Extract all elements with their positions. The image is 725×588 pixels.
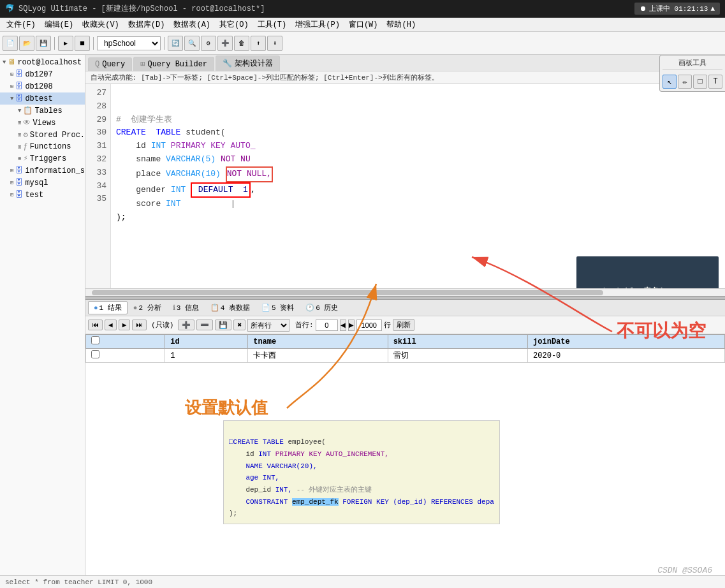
result-tab-4[interactable]: 📋 4 表数据 — [205, 301, 256, 314]
editor-tabs: Q Query ⊞ Query Builder 🔧 架构设计器 — [85, 55, 725, 71]
result-tab-1[interactable]: ● 1 结果 — [88, 301, 128, 314]
drawing-tools-panel: 画板工具 ↖ ✏ □ T — [659, 55, 725, 92]
result-tab-2[interactable]: ● 2 分析 — [128, 301, 167, 314]
sidebar-item-mysql[interactable]: ⊞ 🗄 mysql — [0, 177, 85, 189]
result-btn-prev[interactable]: ◀ — [105, 320, 117, 330]
menu-enhanced-tools[interactable]: 增强工具(P) — [291, 18, 344, 31]
toolbar-sep2 — [93, 37, 94, 50]
prev-page-btn[interactable]: ◀ — [340, 320, 346, 331]
tab-query[interactable]: Q Query — [88, 57, 132, 71]
result-btn-save[interactable]: 💾 — [215, 320, 231, 330]
sidebar-item-dbtest[interactable]: ▼ 🗄 dbtest — [0, 92, 85, 105]
drawing-tools-title: 画板工具 — [663, 58, 722, 70]
query-bar: select * from teacher LIMIT 0, 1000 — [0, 575, 725, 588]
sidebar-item-stored-procs[interactable]: ⊞ ⚙ Stored Proc. — [0, 129, 85, 141]
tooltip-title: create table 表名( — [584, 286, 711, 288]
title-bar-left: 🐬 SQLyog Ultimate - [新建连接/hpSchool - roo… — [5, 3, 265, 14]
autocomplete-hint: 自动完成功能: [Tab]->下一标签; [Ctrl+Space]->列出匹配的… — [85, 71, 725, 84]
sidebar-item-root[interactable]: ▼ 🖥 root@localhost — [0, 56, 85, 68]
menu-database[interactable]: 数据库(D) — [124, 18, 169, 31]
menu-file[interactable]: 文件(F) — [3, 18, 40, 31]
toolbar-add[interactable]: ➕ — [217, 36, 233, 51]
result-btn-add-row[interactable]: ➕ — [178, 320, 194, 330]
max-rows-input[interactable] — [356, 320, 382, 331]
app-icon: 🐬 — [5, 4, 15, 13]
toolbar-sep1 — [54, 37, 55, 50]
toolbar-open[interactable]: 📂 — [19, 36, 34, 51]
menu-favorites[interactable]: 收藏夹(V) — [78, 18, 123, 31]
result-tab-6[interactable]: 🕐 6 历史 — [300, 301, 344, 314]
result-btn-delete-row[interactable]: ➖ — [196, 320, 213, 330]
menu-edit[interactable]: 编辑(E) — [41, 18, 78, 31]
sidebar-item-tables[interactable]: ▼ 📋 Tables — [0, 105, 85, 117]
table-row: 1 卡卡西 雷切 2020-0 — [86, 349, 725, 363]
refresh-btn[interactable]: 刷新 — [393, 319, 414, 331]
toolbar-execute[interactable]: ▶ — [58, 36, 73, 51]
menu-window[interactable]: 窗口(W) — [345, 18, 382, 31]
col-header-checkbox[interactable] — [86, 335, 165, 349]
menu-bar: 文件(F) 编辑(E) 收藏夹(V) 数据库(D) 数据表(A) 其它(O) 工… — [0, 18, 725, 32]
cell-skill[interactable]: 雷切 — [388, 349, 527, 363]
toolbar-up[interactable]: ⬆ — [251, 36, 266, 51]
result-btn-last[interactable]: ⏭ — [132, 320, 147, 330]
toolbar-refresh[interactable]: 🔄 — [168, 36, 183, 51]
sidebar-item-functions[interactable]: ⊞ ƒ Functions — [0, 141, 85, 152]
horizontal-scrollbar[interactable] — [85, 288, 725, 296]
sidebar-item-db1207[interactable]: ⊞ 🗄 db1207 — [0, 68, 85, 80]
toolbar-save[interactable]: 💾 — [36, 36, 51, 51]
col-header-joindate[interactable]: joinDate — [528, 335, 725, 349]
result-tab-3[interactable]: ℹ 3 信息 — [167, 301, 205, 314]
draw-btn-text[interactable]: T — [708, 75, 722, 89]
next-page-btn[interactable]: ▶ — [348, 320, 355, 331]
tab-schema-designer[interactable]: 🔧 架构设计器 — [216, 55, 280, 71]
readonly-label: (只读) — [151, 320, 173, 330]
toolbar-new[interactable]: 📄 — [3, 36, 18, 51]
cell-id[interactable]: 1 — [165, 349, 248, 363]
sidebar-item-views[interactable]: ⊞ 👁 Views — [0, 117, 85, 129]
sidebar-item-db1208[interactable]: ⊞ 🗄 db1208 — [0, 80, 85, 92]
chevron-up-icon: ▲ — [710, 5, 715, 13]
line-numbers: 27 28 29 30 31 32 33 34 35 — [85, 84, 111, 288]
toolbar-search[interactable]: 🔍 — [184, 36, 200, 51]
sidebar-item-triggers[interactable]: ⊞ ⚡ Triggers — [0, 152, 85, 165]
tab-query-builder[interactable]: ⊞ Query Builder — [133, 57, 214, 71]
result-toolbar: ⏮ ◀ ▶ ⏭ (只读) ➕ ➖ 💾 ✖ 所有行 行的范围 首行: ◀ ▶ 行 — [85, 316, 725, 334]
cell-joindate[interactable]: 2020-0 — [528, 349, 725, 363]
toolbar-down[interactable]: ⬇ — [267, 36, 282, 51]
database-selector[interactable]: hpSchool — [97, 36, 161, 50]
toolbar-stop[interactable]: ⏹ — [75, 36, 90, 51]
menu-tools[interactable]: 工具(T) — [254, 18, 291, 31]
timer-badge: ⏺ 上课中 01:21:13 ▲ — [634, 3, 720, 15]
first-row-input[interactable] — [316, 320, 338, 331]
col-header-tname[interactable]: tname — [248, 335, 388, 349]
result-tab-5[interactable]: 📄 5 资料 — [256, 301, 300, 314]
title-bar: 🐬 SQLyog Ultimate - [新建连接/hpSchool - roo… — [0, 0, 725, 18]
menu-help[interactable]: 帮助(H) — [383, 18, 420, 31]
sidebar: ▼ 🖥 root@localhost ⊞ 🗄 db1207 ⊞ 🗄 db1208… — [0, 55, 85, 575]
cell-tname[interactable]: 卡卡西 — [248, 349, 388, 363]
result-btn-cancel[interactable]: ✖ — [233, 320, 245, 330]
bottom-panel: ● 1 结果 ● 2 分析 ℹ 3 信息 📋 4 表数据 📄 5 资料 — [85, 300, 725, 440]
col-header-skill[interactable]: skill — [388, 335, 527, 349]
menu-table[interactable]: 数据表(A) — [170, 18, 214, 31]
result-btn-next[interactable]: ▶ — [119, 320, 131, 330]
result-btn-first[interactable]: ⏮ — [88, 320, 103, 330]
rows-label: 行 — [384, 320, 391, 330]
bottom-code-overlay: □CREATE TABLE employee( id INT PRIMARY K… — [223, 420, 500, 525]
draw-btn-rect[interactable]: □ — [693, 75, 707, 89]
range-select[interactable]: 所有行 行的范围 — [247, 319, 289, 332]
toolbar-delete[interactable]: 🗑 — [234, 36, 249, 51]
toolbar: 📄 📂 💾 ▶ ⏹ hpSchool 🔄 🔍 ⚙ ➕ 🗑 ⬆ ⬇ — [0, 32, 725, 55]
col-header-id[interactable]: id — [165, 335, 248, 349]
sidebar-item-test[interactable]: ⊞ 🗄 test — [0, 189, 85, 201]
menu-other[interactable]: 其它(O) — [216, 18, 253, 31]
sidebar-item-info-schema[interactable]: ⊞ 🗄 information_sch — [0, 165, 85, 177]
toolbar-config[interactable]: ⚙ — [201, 36, 216, 51]
first-row-label: 首行: — [295, 320, 314, 330]
timer-text: 上课中 01:21:13 — [649, 4, 708, 13]
result-tabs: ● 1 结果 ● 2 分析 ℹ 3 信息 📋 4 表数据 📄 5 资料 — [85, 300, 725, 316]
tooltip-create-table: create table 表名( .... 外键列 constraint 外键名… — [576, 256, 719, 288]
code-editor[interactable]: 27 28 29 30 31 32 33 34 35 # 创建学生表 CREAT… — [85, 84, 725, 288]
draw-btn-pencil[interactable]: ✏ — [678, 75, 692, 89]
draw-btn-select[interactable]: ↖ — [663, 75, 677, 89]
